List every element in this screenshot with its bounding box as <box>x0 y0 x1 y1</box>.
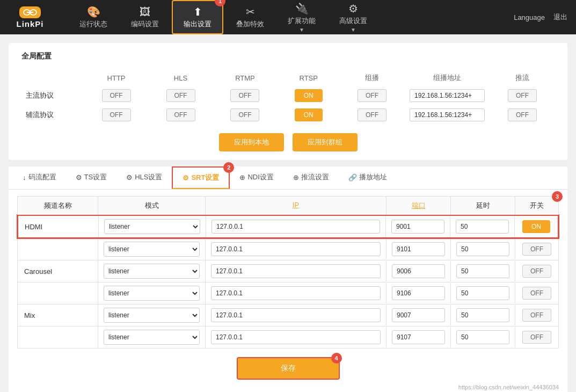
hdmi-toggle-1[interactable]: ON <box>522 220 550 233</box>
mix-ip-input-2[interactable] <box>211 330 381 344</box>
mix-ip-input-1[interactable] <box>211 308 381 322</box>
hdmi-port-2[interactable] <box>387 239 451 259</box>
mix-port-input-1[interactable] <box>392 308 445 322</box>
nav-add-effects[interactable]: ✂ 叠加特效 <box>225 1 275 33</box>
carousel-ip-input-2[interactable] <box>211 286 381 300</box>
primary-multicast-toggle[interactable]: OFF <box>358 89 387 102</box>
tab-hls[interactable]: ⚙ HLS设置 <box>116 167 172 188</box>
secondary-http-toggle[interactable]: OFF <box>102 108 131 121</box>
mix-delay-input-2[interactable] <box>456 330 509 344</box>
primary-rtmp-toggle[interactable]: OFF <box>230 89 259 102</box>
logo[interactable]: LinkPi <box>9 6 52 28</box>
hdmi-mode-select-1[interactable]: listener caller <box>104 219 200 234</box>
navbar: LinkPi 🎨 运行状态 🖼 编码设置 ⬆ 输出设置 1 ✂ 叠加特效 🔌 扩… <box>0 0 576 34</box>
mix-ip-1[interactable] <box>206 305 387 325</box>
mix-mode-select-2[interactable]: listener caller <box>104 330 200 345</box>
nav-encode-settings[interactable]: 🖼 编码设置 <box>120 2 170 33</box>
carousel-ip-input-1[interactable] <box>211 264 381 278</box>
primary-hls-toggle[interactable]: OFF <box>166 89 195 102</box>
mix-port-2[interactable] <box>387 327 451 347</box>
hdmi-delay-2[interactable] <box>451 239 515 259</box>
carousel-delay-2[interactable] <box>451 283 515 303</box>
apply-local-button[interactable]: 应用到本地 <box>219 133 284 151</box>
apply-group-button[interactable]: 应用到群组 <box>293 133 358 151</box>
header-switch: 开关 3 <box>515 197 558 215</box>
hdmi-ip-input-2[interactable] <box>211 242 381 256</box>
image-icon: 🖼 <box>140 6 150 18</box>
language-selector[interactable]: Language <box>514 13 545 21</box>
secondary-rtsp-toggle[interactable]: ON <box>295 108 323 121</box>
carousel-toggle-2[interactable]: OFF <box>522 287 551 300</box>
hdmi-delay-1[interactable] <box>450 216 515 237</box>
carousel-delay-input-1[interactable] <box>456 264 509 278</box>
carousel-toggle-1[interactable]: OFF <box>522 265 551 278</box>
mix-delay-input-1[interactable] <box>456 308 509 322</box>
tab-ts[interactable]: ⚙ TS设置 <box>66 167 117 188</box>
hdmi-ip-input-1[interactable] <box>212 220 380 234</box>
hdmi-mode-2[interactable]: listener caller <box>98 238 206 260</box>
carousel-ip-1[interactable] <box>206 261 387 281</box>
secondary-rtmp-toggle[interactable]: OFF <box>230 108 259 121</box>
mix-mode-1[interactable]: listener caller <box>98 304 206 326</box>
carousel-inner-row-2: listener caller <box>98 282 558 304</box>
mix-ip-2[interactable] <box>206 327 387 347</box>
secondary-push-toggle[interactable]: OFF <box>508 108 537 121</box>
mix-switch-1[interactable]: OFF <box>515 306 558 325</box>
primary-rtsp-toggle[interactable]: ON <box>295 89 323 102</box>
hdmi-port-1[interactable] <box>386 216 450 237</box>
carousel-mode-select-2[interactable]: listener caller <box>104 286 200 301</box>
secondary-hls-toggle[interactable]: OFF <box>166 108 195 121</box>
mix-delay-2[interactable] <box>451 327 515 347</box>
tab-srt[interactable]: ⚙ SRT设置 2 <box>172 166 230 189</box>
mix-toggle-1[interactable]: OFF <box>522 309 551 322</box>
hdmi-switch-2[interactable]: OFF <box>515 239 558 259</box>
mix-port-1[interactable] <box>387 305 451 325</box>
logout-button[interactable]: 退出 <box>553 12 567 22</box>
hdmi-ip-2[interactable] <box>206 239 387 259</box>
nav-extend[interactable]: 🔌 扩展功能 ▼ <box>277 0 326 37</box>
carousel-mode-2[interactable]: listener caller <box>98 282 206 304</box>
hdmi-mode-select-2[interactable]: listener caller <box>104 242 200 257</box>
mix-delay-1[interactable] <box>451 305 515 325</box>
primary-push-toggle[interactable]: OFF <box>508 89 537 102</box>
mix-toggle-2[interactable]: OFF <box>522 331 551 344</box>
carousel-port-2[interactable] <box>387 283 451 303</box>
tab-bitrate[interactable]: ↓ 码流配置 <box>13 167 66 188</box>
mix-mode-2[interactable]: listener caller <box>98 326 206 348</box>
col-http: HTTP <box>84 70 149 86</box>
mix-mode-select-1[interactable]: listener caller <box>104 308 200 323</box>
carousel-switch-1[interactable]: OFF <box>515 262 558 281</box>
hdmi-port-input-1[interactable] <box>391 220 444 234</box>
hdmi-mode-1[interactable]: listener caller <box>99 216 206 237</box>
tab-playback[interactable]: 🔗 播放地址 <box>339 167 397 188</box>
hdmi-ip-1[interactable] <box>206 216 386 237</box>
save-button[interactable]: 保存 <box>237 357 340 380</box>
tab-push[interactable]: ⊕ 推流设置 <box>283 167 339 188</box>
carousel-delay-1[interactable] <box>451 261 515 281</box>
tab-ndi[interactable]: ⊕ NDI设置 <box>230 167 283 188</box>
carousel-port-input-2[interactable] <box>392 286 445 300</box>
mix-switch-2[interactable]: OFF <box>515 328 558 347</box>
carousel-port-input-1[interactable] <box>392 264 445 278</box>
carousel-delay-input-2[interactable] <box>456 286 509 300</box>
secondary-multicast-toggle[interactable]: OFF <box>358 108 387 121</box>
carousel-port-1[interactable] <box>387 261 451 281</box>
hdmi-toggle-2[interactable]: OFF <box>522 243 551 256</box>
hdmi-delay-input-1[interactable] <box>456 220 509 234</box>
carousel-ip-2[interactable] <box>206 283 387 303</box>
nav-run-status[interactable]: 🎨 运行状态 <box>69 1 118 33</box>
carousel-mode-1[interactable]: listener caller <box>98 260 206 282</box>
secondary-multicast-addr[interactable] <box>410 108 485 121</box>
primary-http-toggle[interactable]: OFF <box>102 89 131 102</box>
carousel-mode-select-1[interactable]: listener caller <box>104 264 200 279</box>
carousel-switch-2[interactable]: OFF <box>515 284 558 303</box>
hdmi-port-input-2[interactable] <box>392 242 445 256</box>
nav-advanced[interactable]: ⚙ 高级设置 ▼ <box>329 0 378 37</box>
nav-items: 🎨 运行状态 🖼 编码设置 ⬆ 输出设置 1 ✂ 叠加特效 🔌 扩展功能 ▼ ⚙… <box>69 0 514 37</box>
carousel-inner-row-1: listener caller <box>98 260 558 282</box>
primary-multicast-addr[interactable] <box>410 89 485 102</box>
nav-output-settings[interactable]: ⬆ 输出设置 1 <box>172 0 223 34</box>
mix-port-input-2[interactable] <box>392 330 445 344</box>
hdmi-switch-1[interactable]: ON <box>515 217 558 236</box>
hdmi-delay-input-2[interactable] <box>456 242 509 256</box>
